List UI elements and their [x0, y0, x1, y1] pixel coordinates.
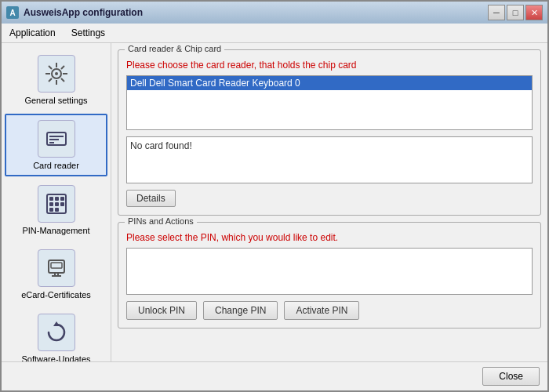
activate-pin-button[interactable]: Activate PIN: [284, 301, 359, 320]
sidebar-label-general: General settings: [24, 96, 87, 105]
sidebar-item-general[interactable]: General settings: [5, 49, 107, 111]
unlock-pin-button[interactable]: Unlock PIN: [126, 301, 197, 320]
svg-rect-13: [49, 142, 54, 143]
maximize-button[interactable]: □: [507, 5, 524, 20]
updates-icon: [38, 314, 75, 351]
svg-rect-16: [55, 197, 59, 201]
card-reader-info: Please choose the card reader, that hold…: [126, 60, 533, 71]
sidebar-label-pin: PIN-Management: [22, 226, 89, 235]
card-reader-group-title: Card reader & Chip card: [125, 44, 224, 53]
pins-group: PINs and Actions Please select the PIN, …: [118, 222, 541, 328]
pins-group-title: PINs and Actions: [125, 216, 197, 226]
no-card-box: No card found!: [126, 136, 533, 183]
change-pin-button[interactable]: Change PIN: [203, 301, 278, 320]
sidebar-label-ecard: eCard-Certificates: [21, 290, 91, 299]
pin-icon: [38, 185, 75, 223]
sidebar-item-updates[interactable]: Software-Updates: [5, 308, 107, 361]
pin-actions: Unlock PIN Change PIN Activate PIN: [126, 301, 533, 320]
svg-line-6: [49, 66, 52, 69]
sidebar-label-updates: Software-Updates: [21, 354, 90, 361]
main-window: A AusweisApp configuration ─ □ ✕ Applica…: [0, 0, 549, 392]
bottom-bar: Close: [2, 361, 547, 390]
svg-rect-15: [49, 197, 53, 201]
svg-rect-20: [60, 202, 64, 206]
menu-application[interactable]: Application: [2, 25, 64, 41]
title-bar-buttons: ─ □ ✕: [488, 5, 543, 20]
card-reader-icon: [38, 120, 75, 158]
sidebar-label-card-reader: Card reader: [33, 161, 79, 170]
menu-settings[interactable]: Settings: [64, 25, 113, 41]
svg-rect-21: [49, 208, 53, 212]
card-reader-group: Card reader & Chip card Please choose th…: [118, 49, 541, 216]
details-button[interactable]: Details: [126, 190, 176, 207]
menu-bar: Application Settings: [2, 24, 547, 43]
card-reader-list-item[interactable]: Dell Dell Smart Card Reader Keyboard 0: [127, 76, 532, 90]
app-icon: A: [6, 6, 19, 19]
svg-line-8: [61, 66, 64, 69]
svg-rect-17: [60, 197, 64, 201]
svg-marker-28: [53, 321, 60, 326]
ecard-icon: [38, 249, 75, 287]
window-title: AusweisApp configuration: [24, 7, 488, 18]
svg-point-1: [55, 72, 58, 75]
minimize-button[interactable]: ─: [488, 5, 505, 20]
svg-rect-24: [51, 263, 62, 268]
svg-rect-11: [49, 136, 64, 137]
main-panel: Card reader & Chip card Please choose th…: [111, 43, 547, 361]
svg-rect-12: [49, 139, 59, 140]
sidebar-item-ecard[interactable]: eCard-Certificates: [5, 244, 107, 305]
svg-line-9: [49, 78, 52, 82]
sidebar: General settings Card reader: [2, 43, 111, 361]
general-icon: [38, 55, 75, 93]
svg-rect-18: [49, 202, 53, 206]
card-reader-list[interactable]: Dell Dell Smart Card Reader Keyboard 0: [126, 75, 533, 130]
content-area: General settings Card reader: [2, 43, 547, 361]
svg-rect-19: [55, 202, 59, 206]
sidebar-item-pin[interactable]: PIN-Management: [5, 180, 107, 241]
sidebar-item-card-reader[interactable]: Card reader: [5, 114, 107, 176]
pins-info: Please select the PIN, which you would l…: [126, 232, 533, 243]
pin-list[interactable]: [126, 248, 533, 295]
close-button[interactable]: Close: [482, 367, 540, 386]
no-card-text: No card found!: [130, 140, 192, 151]
title-bar: A AusweisApp configuration ─ □ ✕: [2, 2, 547, 24]
svg-line-7: [61, 78, 64, 82]
svg-rect-22: [55, 208, 59, 212]
close-window-button[interactable]: ✕: [525, 5, 543, 20]
